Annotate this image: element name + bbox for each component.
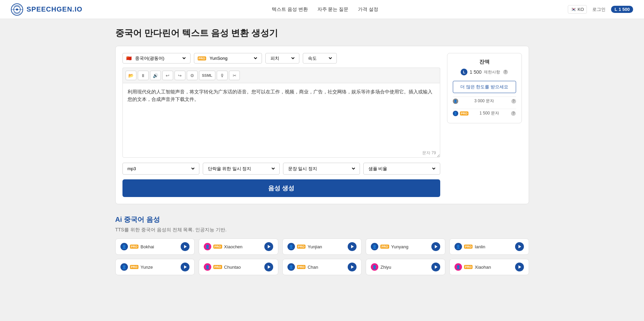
scissors-button[interactable]: ✂ (229, 71, 240, 80)
pause-button[interactable]: ⏸ (138, 71, 149, 80)
open-file-button[interactable]: 📂 (126, 71, 136, 80)
free-user-left: 👤 (453, 99, 458, 104)
voice-card-xiaochen-left: 👤 PRO Xiaochen (204, 243, 243, 250)
ai-section: Ai 중국어 음성 TTS를 위한 중국어 음성의 전체 목록. 인공지능 기반… (115, 215, 529, 275)
china-flag: 🇨🇳 (126, 56, 132, 61)
voice-card-yunze[interactable]: 👤 PRO Yunze (115, 259, 195, 275)
format-dropdown[interactable]: mp3 (122, 163, 199, 175)
pause-sentence-select[interactable]: 문장 일시 정지 (287, 166, 356, 172)
credits-badge: L 1 500 (611, 6, 633, 13)
pro-badge-ianlin: PRO (464, 245, 473, 249)
play-button-chan[interactable] (348, 263, 357, 271)
voice-dropdown[interactable]: PRO YunSong (194, 53, 262, 64)
pro-badge-yunze: PRO (130, 265, 139, 269)
voice-name-xiaochen: Xiaochen (224, 244, 243, 249)
voice-avatar-yunyang: 👤 (371, 243, 378, 250)
play-button-bokhai[interactable] (181, 242, 189, 251)
limit-help-icon[interactable]: ? (503, 70, 508, 74)
voice-card-yunze-left: 👤 PRO Yunze (120, 263, 153, 271)
voice-card-zhiyu[interactable]: 👤 Zhiyu (366, 259, 445, 275)
voice-card-yunjian[interactable]: 👤 PRO Yunjian (282, 238, 362, 255)
nav-faq[interactable]: 자주 묻는 질문 (317, 6, 349, 13)
voice-card-zhiyu-left: 👤 Zhiyu (371, 263, 391, 271)
pitch-select[interactable]: 피치 (269, 55, 296, 61)
credits-value: 1 500 (618, 7, 630, 12)
voice-card-chan[interactable]: 👤 PRO Chan (282, 259, 362, 275)
play-button-yunze[interactable] (181, 263, 189, 271)
voice-select[interactable]: YunSong (208, 55, 258, 61)
speed-dropdown[interactable]: 속도 (303, 53, 337, 64)
generate-button[interactable]: 음성 생성 (122, 179, 440, 197)
play-button-yunyang[interactable] (431, 242, 440, 251)
mic-button[interactable]: 🎙 (217, 71, 228, 80)
login-button[interactable]: 로그인 (592, 6, 606, 13)
play-button-ianlin[interactable] (515, 242, 524, 251)
pro-badge-xiaochen: PRO (213, 245, 222, 249)
pro-badge-xiaohan: PRO (464, 265, 473, 269)
pro-badge-chan: PRO (297, 265, 306, 269)
nav-pricing[interactable]: 가격 설정 (358, 6, 378, 13)
language-dropdown[interactable]: 🇨🇳 중국어(광동어) (122, 53, 191, 64)
play-button-xiaochen[interactable] (264, 242, 273, 251)
voice-card-yunyang[interactable]: 👤 PRO Yunyang (366, 238, 445, 255)
toolbar: 📂 ⏸ 🔊 ↩ ↪ ⚙ SSML 🎙 ✂ (122, 68, 440, 83)
pro-badge-bokhai: PRO (130, 245, 139, 249)
char-count-value: 79 (431, 150, 436, 155)
pause-paragraph-select[interactable]: 단락을 위한 일시 정지 (207, 166, 276, 172)
balance-panel: 잔액 L 1 500 제한사항 ? 더 많은 한도를 받으세요 👤 3 000 … (447, 53, 522, 123)
free-limit-help-icon[interactable]: ? (511, 99, 516, 104)
pro-badge-yunjian: PRO (297, 245, 306, 249)
voice-avatar-yunze: 👤 (120, 263, 128, 271)
voice-grid-row2: 👤 PRO Yunze 👤 PRO Chuntao 👤 PRO (115, 259, 529, 275)
ai-title-main: 중국어 음성 (124, 216, 160, 223)
lang-label: KO (578, 7, 584, 12)
play-button-yunjian[interactable] (348, 242, 357, 251)
voice-card-chuntao[interactable]: 👤 PRO Chuntao (199, 259, 278, 275)
logo-text: SPEECHGEN.IO (27, 5, 82, 13)
voice-avatar-chan: 👤 (287, 263, 295, 271)
play-button-chuntao[interactable] (264, 263, 273, 271)
speed-select[interactable]: 속도 (307, 55, 333, 61)
language-select[interactable]: 중국어(광동어) (134, 55, 187, 61)
voice-card-bokhai[interactable]: 👤 PRO Bokhai (115, 238, 195, 255)
ssml-button[interactable]: SSML (199, 71, 216, 80)
speak-button[interactable]: 🔊 (150, 71, 161, 80)
undo-button[interactable]: ↩ (162, 71, 173, 80)
sample-rate-dropdown[interactable]: 샘플 비율 (363, 163, 440, 175)
voice-card-xiaohan[interactable]: 👤 PRO Xiaohan (449, 259, 529, 275)
voice-avatar-xiaohan: 👤 (455, 263, 462, 271)
play-button-xiaohan[interactable] (515, 263, 524, 271)
voice-card-ianlin[interactable]: 👤 PRO Ianlin (449, 238, 529, 255)
pro-limit-help-icon[interactable]: ? (511, 111, 516, 116)
voice-card-xiaochen[interactable]: 👤 PRO Xiaochen (199, 238, 278, 255)
pitch-dropdown[interactable]: 피치 (265, 53, 299, 64)
voice-avatar-yunjian: 👤 (287, 243, 295, 250)
limit-label: 제한사항 (484, 69, 500, 75)
language-switcher[interactable]: 🇰🇷 KO (568, 5, 587, 14)
redo-button[interactable]: ↪ (175, 71, 185, 80)
balance-title: 잔액 (453, 59, 516, 65)
format-select[interactable]: mp3 (126, 166, 196, 172)
ai-section-description: TTS를 위한 중국어 음성의 전체 목록. 인공지능 기반. (115, 227, 529, 233)
voice-avatar-chuntao: 👤 (204, 263, 211, 271)
pro-user-left: 👤 PRO (453, 111, 469, 116)
sample-rate-select[interactable]: 샘플 비율 (367, 166, 436, 172)
voice-name-zhiyu: Zhiyu (380, 265, 391, 270)
play-button-zhiyu[interactable] (431, 263, 440, 271)
voice-card-yunyang-left: 👤 PRO Yunyang (371, 243, 408, 250)
pause-sentence-dropdown[interactable]: 문장 일시 정지 (283, 163, 360, 175)
more-limit-button[interactable]: 더 많은 한도를 받으세요 (453, 81, 516, 93)
main-content: 중국어 만다린어 텍스트 음성 변환 생성기 🇨🇳 중국어(광동어) PRO Y… (104, 19, 540, 283)
settings-button[interactable]: ⚙ (187, 71, 198, 80)
pause-paragraph-dropdown[interactable]: 단락을 위한 일시 정지 (203, 163, 280, 175)
voice-card-yunjian-left: 👤 PRO Yunjian (287, 243, 322, 250)
voice-card-chan-left: 👤 PRO Chan (287, 263, 318, 271)
voice-card-chuntao-left: 👤 PRO Chuntao (204, 263, 241, 271)
logo-icon (11, 3, 23, 16)
text-input[interactable] (122, 83, 440, 158)
free-user-icon: 👤 (453, 99, 458, 104)
nav-tts[interactable]: 텍스트 음성 변환 (272, 6, 308, 13)
voice-name-yunjian: Yunjian (308, 244, 322, 249)
dropdowns-row: 🇨🇳 중국어(광동어) PRO YunSong 피치 (122, 53, 440, 64)
balance-icon: L (461, 69, 467, 75)
